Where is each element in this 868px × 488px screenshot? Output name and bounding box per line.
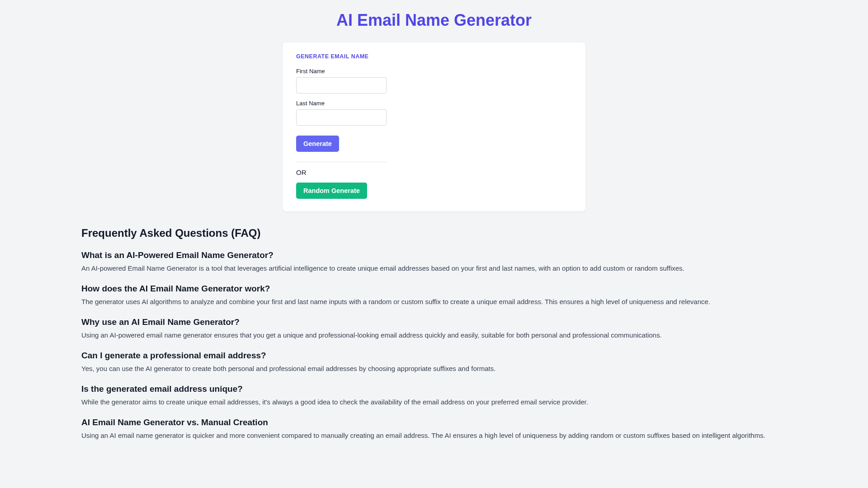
faq-item: Is the generated email address unique? W…: [81, 384, 787, 408]
faq-question: AI Email Name Generator vs. Manual Creat…: [81, 418, 787, 427]
last-name-label: Last Name: [296, 100, 387, 107]
faq-question: Is the generated email address unique?: [81, 384, 787, 394]
card-heading: GENERATE EMAIL NAME: [296, 53, 387, 60]
faq-answer: An AI-powered Email Name Generator is a …: [81, 263, 787, 274]
faq-question: What is an AI-Powered Email Name Generat…: [81, 250, 787, 260]
first-name-input[interactable]: [296, 77, 387, 94]
faq-answer: While the generator aims to create uniqu…: [81, 397, 787, 408]
faq-question: How does the AI Email Name Generator wor…: [81, 284, 787, 294]
random-generate-button[interactable]: Random Generate: [296, 183, 367, 199]
faq-item: Why use an AI Email Name Generator? Usin…: [81, 317, 787, 341]
faq-answer: Using an AI email name generator is quic…: [81, 430, 787, 441]
divider: [296, 162, 387, 162]
first-name-label: First Name: [296, 68, 387, 75]
faq-answer: Yes, you can use the AI generator to cre…: [81, 363, 787, 374]
faq-title: Frequently Asked Questions (FAQ): [81, 227, 787, 239]
faq-question: Can I generate a professional email addr…: [81, 351, 787, 361]
generate-button[interactable]: Generate: [296, 136, 339, 152]
faq-question: Why use an AI Email Name Generator?: [81, 317, 787, 327]
generator-card: GENERATE EMAIL NAME First Name Last Name…: [283, 42, 585, 211]
or-label: OR: [296, 169, 387, 176]
page-title: AI Email Name Generator: [0, 11, 868, 30]
faq-answer: The generator uses AI algorithms to anal…: [81, 296, 787, 307]
faq-section: Frequently Asked Questions (FAQ) What is…: [77, 227, 791, 441]
faq-answer: Using an AI-powered email name generator…: [81, 330, 787, 341]
faq-item: What is an AI-Powered Email Name Generat…: [81, 250, 787, 274]
last-name-input[interactable]: [296, 109, 387, 126]
faq-item: How does the AI Email Name Generator wor…: [81, 284, 787, 307]
faq-item: AI Email Name Generator vs. Manual Creat…: [81, 418, 787, 441]
faq-item: Can I generate a professional email addr…: [81, 351, 787, 374]
